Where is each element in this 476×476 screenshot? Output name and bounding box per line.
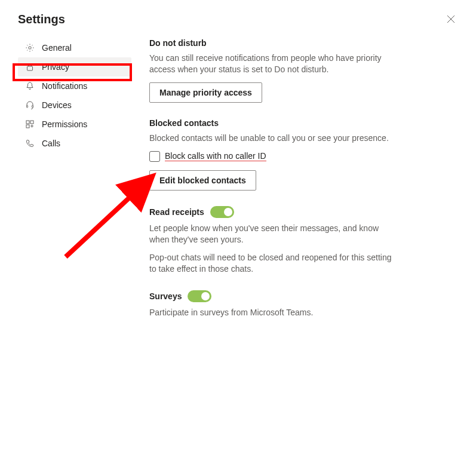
page-title: Settings (18, 13, 65, 26)
sidebar-item-general[interactable]: General (18, 38, 131, 57)
section-title-blocked: Blocked contacts (149, 118, 394, 128)
block-no-caller-id-checkbox[interactable] (149, 151, 160, 162)
section-desc-read-receipts-1: Let people know when you've seen their m… (149, 223, 394, 245)
lock-icon (24, 61, 36, 73)
sidebar-item-label: Privacy (42, 62, 69, 72)
section-desc-surveys: Participate in surveys from Microsoft Te… (149, 307, 394, 318)
section-desc-blocked: Blocked contacts will be unable to call … (149, 133, 394, 144)
section-do-not-disturb: Do not disturb You can still receive not… (149, 38, 394, 103)
sidebar-item-notifications[interactable]: Notifications (18, 76, 131, 96)
block-no-caller-id-row: Block calls with no caller ID (149, 151, 394, 162)
gear-icon (24, 42, 36, 54)
svg-rect-1 (27, 66, 33, 70)
sidebar-item-label: Permissions (42, 119, 87, 129)
sidebar-item-label: Devices (42, 100, 72, 110)
phone-icon (24, 137, 36, 149)
sidebar-item-label: Calls (42, 139, 60, 148)
sidebar-item-devices[interactable]: Devices (18, 96, 131, 115)
svg-rect-3 (32, 106, 33, 108)
svg-rect-5 (30, 121, 33, 124)
headset-icon (24, 99, 36, 111)
manage-priority-access-button[interactable]: Manage priority access (149, 82, 262, 103)
close-button[interactable] (444, 12, 458, 26)
svg-point-0 (29, 47, 31, 49)
section-desc-read-receipts-2: Pop-out chats will need to be closed and… (149, 252, 394, 275)
read-receipts-toggle[interactable] (210, 206, 234, 218)
section-surveys: Surveys Participate in surveys from Micr… (149, 290, 394, 318)
sidebar-item-privacy[interactable]: Privacy (18, 57, 131, 76)
section-blocked-contacts: Blocked contacts Blocked contacts will b… (149, 118, 394, 191)
settings-header: Settings (0, 0, 476, 32)
sidebar-item-calls[interactable]: Calls (18, 134, 131, 153)
edit-blocked-contacts-button[interactable]: Edit blocked contacts (149, 170, 256, 191)
svg-rect-6 (26, 125, 29, 128)
settings-sidebar: General Privacy Notifications Devices Pe (18, 38, 131, 334)
section-title-read-receipts: Read receipts (149, 206, 394, 218)
surveys-title-text: Surveys (149, 291, 182, 301)
svg-rect-4 (26, 121, 29, 124)
sidebar-item-label: General (42, 43, 72, 53)
svg-rect-2 (27, 106, 28, 108)
sidebar-item-permissions[interactable]: Permissions (18, 115, 131, 134)
section-title-surveys: Surveys (149, 290, 394, 302)
section-title-dnd: Do not disturb (149, 38, 394, 48)
bell-icon (24, 80, 36, 92)
toggle-thumb (224, 208, 232, 216)
section-desc-dnd: You can still receive notifications from… (149, 53, 394, 75)
sidebar-item-label: Notifications (42, 81, 87, 91)
section-read-receipts: Read receipts Let people know when you'v… (149, 206, 394, 275)
close-icon (447, 15, 455, 23)
apps-icon (24, 118, 36, 130)
read-receipts-title-text: Read receipts (149, 207, 204, 217)
surveys-toggle[interactable] (188, 290, 211, 302)
settings-content: Do not disturb You can still receive not… (131, 38, 394, 334)
block-no-caller-id-label: Block calls with no caller ID (165, 151, 266, 161)
